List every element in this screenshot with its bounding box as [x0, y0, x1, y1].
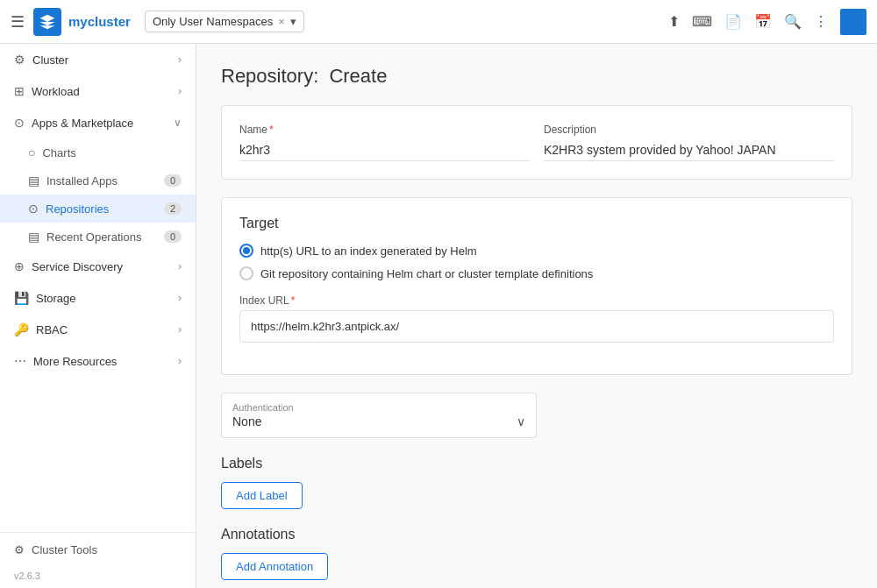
auth-value: None ∨	[232, 414, 525, 429]
sidebar-item-service-discovery[interactable]: ⊕ Service Discovery ›	[0, 251, 196, 282]
file-icon[interactable]: 📄	[724, 13, 742, 30]
sidebar-item-rbac[interactable]: 🔑 RBAC ›	[0, 314, 196, 345]
service-discovery-icon: ⊕	[14, 259, 25, 273]
sidebar-service-discovery-label: Service Discovery	[32, 260, 123, 273]
name-label: Name*	[239, 124, 530, 136]
apps-icon: ⊙	[14, 116, 25, 130]
auth-chevron-icon: ∨	[517, 414, 525, 429]
calendar-icon[interactable]: 📅	[754, 13, 772, 30]
description-label: Description	[544, 124, 834, 136]
namespace-filter-label: Only User Namespaces	[153, 15, 273, 28]
user-avatar[interactable]	[840, 9, 866, 35]
sidebar-rbac-label: RBAC	[36, 323, 68, 337]
sidebar-repositories-label: Repositories	[46, 202, 109, 216]
version-text: v2.6.3	[0, 567, 196, 588]
workload-icon: ⊞	[14, 84, 25, 98]
workload-chevron-icon: ›	[178, 85, 182, 97]
namespace-filter[interactable]: Only User Namespaces × ▾	[145, 11, 304, 32]
sidebar-item-storage[interactable]: 💾 Storage ›	[0, 282, 196, 314]
add-annotation-button[interactable]: Add Annotation	[221, 553, 328, 580]
sidebar-charts-label: Charts	[42, 146, 75, 159]
sidebar-item-installed-apps[interactable]: ▤ Installed Apps 0	[0, 166, 196, 195]
sidebar-cluster-tools-label: Cluster Tools	[32, 543, 97, 556]
sidebar-item-recent-operations[interactable]: ▤ Recent Operations 0	[0, 223, 196, 251]
name-required: *	[269, 124, 274, 136]
annotations-title: Annotations	[221, 527, 852, 542]
sidebar-apps-label: Apps & Marketplace	[32, 117, 133, 130]
sidebar-item-workload[interactable]: ⊞ Workload ›	[0, 75, 196, 107]
content-area: Repository: Create Name* Description Tar	[196, 44, 877, 588]
sidebar-item-repositories[interactable]: ⊙ Repositories 2	[0, 195, 196, 223]
recent-ops-badge: 0	[164, 230, 182, 243]
rbac-icon: 🔑	[14, 322, 29, 337]
apps-chevron-icon: ∨	[174, 117, 182, 129]
radio-git-circle	[239, 266, 253, 280]
sidebar-workload-label: Workload	[32, 85, 80, 98]
page-title-action: Create	[329, 65, 387, 87]
main-layout: ⚙ Cluster › ⊞ Workload › ⊙ Apps & Market…	[0, 44, 877, 588]
menu-icon[interactable]: ☰	[11, 12, 25, 32]
index-url-label: Index URL*	[239, 294, 834, 307]
radio-http-circle	[239, 244, 253, 258]
topbar: ☰ mycluster Only User Namespaces × ▾ ⬆ ⌨…	[0, 0, 877, 44]
repositories-bullet-icon: ⊙	[28, 202, 39, 216]
sidebar-item-charts[interactable]: ○ Charts	[0, 138, 196, 166]
index-url-group: Index URL*	[239, 294, 834, 343]
namespace-clear-icon[interactable]: ×	[278, 15, 285, 28]
namespace-chevron-icon[interactable]: ▾	[290, 15, 296, 28]
sidebar-item-cluster[interactable]: ⚙ Cluster ›	[0, 44, 196, 75]
sidebar-more-resources-label: More Resources	[33, 355, 117, 368]
sidebar-storage-label: Storage	[36, 292, 76, 305]
radio-http[interactable]: http(s) URL to an index generated by Hel…	[239, 244, 834, 258]
radio-git-label: Git repository containing Helm chart or …	[260, 267, 593, 280]
cluster-tools-gear-icon: ⚙	[14, 543, 25, 556]
description-group: Description	[544, 124, 834, 161]
sidebar: ⚙ Cluster › ⊞ Workload › ⊙ Apps & Market…	[0, 44, 196, 588]
cluster-icon: ⚙	[14, 53, 25, 67]
more-icon[interactable]: ⋮	[814, 13, 828, 30]
description-input[interactable]	[544, 139, 834, 161]
sidebar-cluster-label: Cluster	[32, 53, 68, 67]
more-resources-icon: ⋯	[14, 354, 26, 368]
target-title: Target	[239, 216, 834, 231]
more-resources-chevron-icon: ›	[178, 355, 182, 367]
name-input[interactable]	[239, 139, 530, 161]
cluster-name[interactable]: mycluster	[68, 14, 131, 29]
target-card: Target http(s) URL to an index generated…	[221, 197, 852, 375]
storage-icon: 💾	[14, 291, 29, 305]
service-discovery-chevron-icon: ›	[178, 260, 182, 273]
radio-http-label: http(s) URL to an index generated by Hel…	[260, 244, 477, 258]
rbac-chevron-icon: ›	[178, 323, 182, 336]
upload-icon[interactable]: ⬆	[668, 13, 680, 30]
add-label-button[interactable]: Add Label	[221, 482, 303, 509]
auth-label: Authentication	[232, 402, 525, 413]
authentication-dropdown[interactable]: Authentication None ∨	[221, 393, 537, 438]
sidebar-recent-ops-label: Recent Operations	[46, 230, 141, 244]
installed-apps-bullet-icon: ▤	[28, 174, 39, 188]
radio-group: http(s) URL to an index generated by Hel…	[239, 244, 834, 280]
page-title: Repository: Create	[221, 65, 852, 88]
radio-git[interactable]: Git repository containing Helm chart or …	[239, 266, 834, 280]
search-icon[interactable]: 🔍	[784, 13, 802, 30]
repositories-badge: 2	[164, 202, 182, 215]
sidebar-cluster-tools[interactable]: ⚙ Cluster Tools	[0, 532, 196, 567]
name-group: Name*	[239, 124, 530, 161]
sidebar-item-apps-marketplace[interactable]: ⊙ Apps & Marketplace ∨	[0, 107, 196, 138]
terminal-icon[interactable]: ⌨	[692, 13, 712, 30]
sidebar-item-more-resources[interactable]: ⋯ More Resources ›	[0, 345, 196, 377]
charts-bullet-icon: ○	[28, 145, 35, 159]
cluster-chevron-icon: ›	[178, 53, 182, 66]
annotations-section: Annotations Add Annotation	[221, 527, 852, 588]
storage-chevron-icon: ›	[178, 292, 182, 304]
name-description-card: Name* Description	[221, 105, 852, 180]
labels-title: Labels	[221, 456, 852, 471]
installed-apps-badge: 0	[164, 174, 182, 187]
recent-ops-bullet-icon: ▤	[28, 230, 39, 244]
labels-section: Labels Add Label	[221, 456, 852, 527]
app-logo	[33, 8, 61, 36]
sidebar-installed-apps-label: Installed Apps	[46, 174, 118, 188]
topbar-actions: ⬆ ⌨ 📄 📅 🔍 ⋮	[668, 9, 866, 35]
index-url-input[interactable]	[239, 310, 834, 343]
